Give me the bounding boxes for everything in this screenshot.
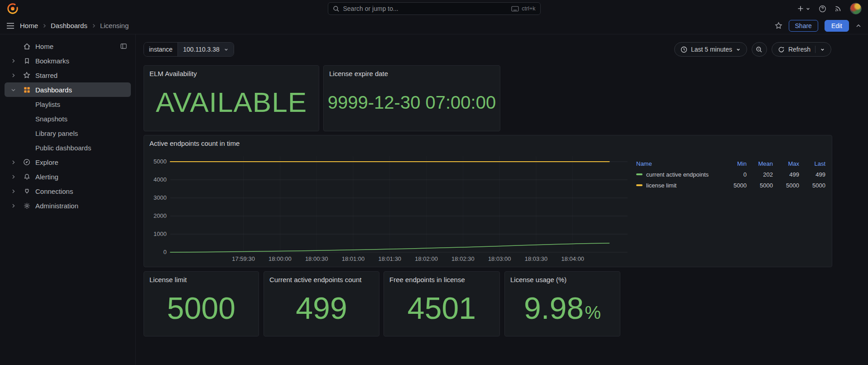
chevron-down-icon[interactable]	[8, 87, 18, 93]
stat-value: 9.98%	[524, 293, 601, 323]
sidebar-item-label: Connections	[35, 187, 73, 195]
zoom-out-button[interactable]	[752, 42, 767, 57]
menu-icon[interactable]	[6, 23, 14, 29]
series-swatch	[636, 184, 643, 186]
svg-text:1000: 1000	[153, 231, 167, 237]
panel-title[interactable]: Free endpoints in license	[384, 272, 499, 283]
sidebar-item-alerting[interactable]: Alerting	[5, 169, 131, 184]
sidebar-item-public-dashboards[interactable]: Public dashboards	[5, 140, 131, 155]
breadcrumb-bar: Home Dashboards Licensing Share Edit	[0, 17, 868, 34]
rss-icon[interactable]	[834, 5, 842, 12]
share-button[interactable]: Share	[789, 20, 818, 32]
panel-license-expire-date: License expire date 9999-12-30 07:00:00	[323, 65, 500, 131]
clock-icon	[681, 46, 687, 53]
chevron-right-icon[interactable]	[8, 188, 18, 194]
panel-title[interactable]: License expire date	[324, 66, 500, 77]
breadcrumb-item-dashboards[interactable]: Dashboards	[51, 22, 87, 29]
chevron-up-icon[interactable]	[855, 23, 862, 29]
panel-title[interactable]: Current active endpoints count	[264, 272, 379, 283]
bell-icon	[22, 173, 32, 180]
keyboard-icon	[511, 6, 519, 12]
dashboard-actions: Share Edit	[775, 20, 862, 32]
search-shortcut: ctrl+k	[511, 5, 535, 12]
gear-icon	[22, 202, 32, 209]
caret-down-icon	[736, 47, 741, 52]
panel-license-usage: License usage (%) 9.98%	[504, 271, 620, 336]
chevron-right-icon[interactable]	[8, 203, 18, 209]
variable-instance-select[interactable]: 100.110.3.38	[177, 43, 234, 56]
search-icon	[333, 5, 340, 12]
sidebar-item-label: Snapshots	[35, 115, 67, 123]
svg-text:2000: 2000	[153, 212, 167, 219]
dock-sidebar-icon[interactable]	[120, 43, 127, 50]
panel-title[interactable]: Active endpoints count in time	[144, 135, 832, 147]
expire-date-value: 9999-12-30 07:00:00	[328, 93, 496, 111]
chevron-right-icon[interactable]	[8, 174, 18, 180]
legend-row-current-active-endpoints: current active endpoints 0 202 499 499	[636, 169, 825, 180]
svg-text:17:59:30: 17:59:30	[232, 255, 255, 262]
legend-row-license-limit: license limit 5000 5000 5000 5000	[636, 180, 825, 191]
refresh-button[interactable]: Refresh	[772, 42, 831, 57]
search-placeholder: Search or jump to...	[343, 5, 398, 12]
sidebar-item-label: Explore	[35, 158, 58, 166]
help-icon[interactable]	[819, 5, 826, 13]
stat-value: 5000	[167, 293, 235, 323]
bookmark-icon	[22, 58, 32, 64]
user-avatar[interactable]	[850, 3, 862, 14]
chevron-right-icon[interactable]	[8, 58, 18, 64]
edit-button[interactable]: Edit	[825, 20, 849, 32]
svg-text:18:01:00: 18:01:00	[342, 255, 365, 262]
time-series-chart[interactable]: 01000200030004000500017:59:3018:00:0018:…	[147, 147, 636, 266]
zoom-out-icon	[756, 46, 762, 53]
svg-text:18:03:00: 18:03:00	[488, 255, 511, 262]
search-input[interactable]: Search or jump to... ctrl+k	[328, 2, 541, 15]
sidebar-item-explore[interactable]: Explore	[5, 155, 131, 169]
sidebar-item-home[interactable]: Home	[5, 39, 131, 53]
sidebar-item-label: Starred	[35, 72, 58, 79]
sidebar-item-administration[interactable]: Administration	[5, 198, 131, 213]
breadcrumb-item-home[interactable]: Home	[20, 22, 38, 29]
star-icon	[22, 72, 32, 79]
svg-text:5000: 5000	[153, 158, 167, 165]
time-range-picker[interactable]: Last 5 minutes	[674, 42, 747, 57]
stat-value: 4501	[408, 293, 476, 323]
panel-active-endpoints-chart: Active endpoints count in time 010002000…	[144, 135, 832, 267]
panel-free-endpoints: Free endpoints in license 4501	[384, 271, 500, 336]
availability-value: AVAILABLE	[156, 88, 307, 116]
sidebar-item-bookmarks[interactable]: Bookmarks	[5, 53, 131, 68]
compass-icon	[22, 158, 32, 166]
grafana-logo-icon[interactable]	[6, 2, 19, 15]
breadcrumb-separator-icon	[42, 23, 47, 29]
chevron-right-icon[interactable]	[8, 159, 18, 165]
svg-text:3000: 3000	[153, 194, 167, 201]
new-button[interactable]	[797, 5, 810, 12]
panel-license-limit: License limit 5000	[144, 271, 259, 336]
panel-elm-availability: ELM Availability AVAILABLE	[144, 65, 319, 131]
caret-down-icon	[820, 47, 825, 52]
stat-unit: %	[585, 303, 601, 322]
sidebar-item-library-panels[interactable]: Library panels	[5, 126, 131, 140]
chevron-right-icon[interactable]	[8, 72, 18, 78]
variable-instance: instance 100.110.3.38	[144, 42, 234, 57]
svg-text:0: 0	[163, 249, 167, 255]
legend-header: Name Min Mean Max Last	[636, 158, 825, 169]
caret-down-icon	[806, 6, 810, 11]
time-controls: Last 5 minutes Refresh	[674, 42, 831, 57]
sidebar-item-dashboards[interactable]: Dashboards	[5, 82, 131, 97]
stat-value: 499	[296, 293, 347, 323]
star-icon[interactable]	[775, 22, 782, 29]
sidebar-item-snapshots[interactable]: Snapshots	[5, 111, 131, 126]
refresh-icon	[778, 46, 785, 53]
breadcrumb-item-licensing: Licensing	[100, 22, 129, 29]
sidebar-item-connections[interactable]: Connections	[5, 184, 131, 198]
panel-title[interactable]: License limit	[144, 272, 259, 283]
sidebar-item-starred[interactable]: Starred	[5, 68, 131, 82]
panel-title[interactable]: License usage (%)	[505, 272, 620, 283]
plus-icon	[797, 5, 804, 12]
svg-text:18:04:00: 18:04:00	[561, 255, 584, 262]
top-actions	[797, 3, 862, 14]
svg-text:4000: 4000	[153, 176, 167, 183]
panel-title[interactable]: ELM Availability	[144, 66, 319, 77]
sidebar-item-label: Home	[35, 43, 53, 50]
sidebar-item-playlists[interactable]: Playlists	[5, 97, 131, 111]
